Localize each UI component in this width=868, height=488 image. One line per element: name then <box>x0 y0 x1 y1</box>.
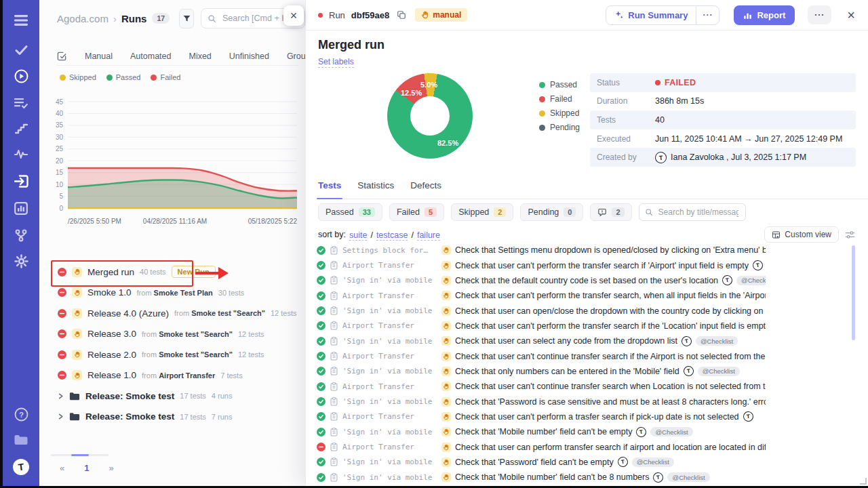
projects-folder-icon[interactable] <box>3 434 39 446</box>
chip-pending[interactable]: Pending0 <box>520 203 583 221</box>
sort-by-failure[interactable]: failure <box>417 230 440 241</box>
svg-text:40: 40 <box>56 110 64 117</box>
test-row-6[interactable]: Airport TransferCheck that user can't pe… <box>317 319 766 333</box>
sort-by-suite[interactable]: suite <box>349 230 367 241</box>
runs-horizontal-scrollbar[interactable] <box>51 454 108 456</box>
test-row-12[interactable]: Airport TransferCheck that user can't pe… <box>317 409 766 424</box>
play-circle-icon[interactable] <box>3 69 39 83</box>
test-row-14[interactable]: Airport TransferCheck that user can perf… <box>317 439 766 454</box>
run-tests-count: 12 tests <box>271 309 297 317</box>
runs-tab-unfinished[interactable]: Unfinished <box>229 52 269 61</box>
test-suite: Settings block for… <box>342 246 437 255</box>
test-row-11[interactable]: 'Sign in' via mobileCheck that 'Password… <box>317 394 766 409</box>
branch-icon[interactable] <box>3 229 39 242</box>
chip-passed[interactable]: Passed33 <box>318 203 382 221</box>
run-folder-1[interactable]: Release: Smoke test17 tests4 runs <box>39 386 305 407</box>
runs-tab-automated[interactable]: Automated <box>130 52 171 61</box>
tests-search-input[interactable] <box>657 207 740 218</box>
copy-icon[interactable] <box>397 10 406 20</box>
chip-comments[interactable]: 2 <box>590 203 631 221</box>
run-row-3[interactable]: Release 4.0 (Azure)from Smoke test "Sear… <box>39 303 305 324</box>
user-avatar[interactable]: T <box>3 458 39 476</box>
check-icon[interactable] <box>3 45 39 56</box>
run-row-4[interactable]: Release 3.0from Smoke test "Search"12 te… <box>39 324 305 345</box>
runs-filter-tabs: ManualAutomatedMixedUnfinishedGroups <box>57 47 298 66</box>
tab-defects[interactable]: Defects <box>410 180 441 199</box>
test-row-4[interactable]: Airport TransferCheck that user can't pe… <box>317 288 766 303</box>
legend-label: Failed <box>160 73 180 81</box>
detail-row-status: StatusFAILED <box>590 73 856 92</box>
drawer-close-icon[interactable]: × <box>847 8 855 22</box>
detail-label: Status <box>597 78 655 87</box>
tests-search[interactable] <box>639 203 746 221</box>
filter-button[interactable] <box>179 9 194 28</box>
custom-view-button[interactable]: Custom view <box>764 226 839 243</box>
runs-list: Merged run40 testsNew RunSmoke 1.0from S… <box>39 262 305 427</box>
test-suite: 'Sign in' via mobile <box>342 473 437 482</box>
test-row-2[interactable]: Airport TransferCheck that user can't pe… <box>317 258 766 272</box>
select-all-icon[interactable] <box>57 52 67 62</box>
runs-tab-manual[interactable]: Manual <box>85 52 113 61</box>
test-row-10[interactable]: Airport TransferCheck that user can't co… <box>317 379 766 394</box>
test-row-7[interactable]: 'Sign in' via mobileCheck that user can … <box>317 333 766 348</box>
report-box-icon[interactable] <box>3 202 39 215</box>
creator-avatar: T <box>683 366 694 377</box>
checklist-tag: @Checklist <box>736 276 766 285</box>
manual-test-icon <box>441 472 451 482</box>
drawer-more-button[interactable]: ··· <box>808 5 831 24</box>
legend-dot <box>539 82 545 88</box>
run-row-1[interactable]: Merged run40 testsNew Run <box>39 262 305 283</box>
testcase-icon <box>330 428 338 436</box>
run-from-plan: from Airport Transfer <box>142 371 215 380</box>
passed-status-icon <box>317 321 326 330</box>
test-row-1[interactable]: Settings block for…Check that Settings m… <box>317 243 766 258</box>
chip-skipped[interactable]: Skipped2 <box>451 203 513 221</box>
panel-close-button[interactable]: × <box>283 5 304 26</box>
test-row-16[interactable]: 'Sign in' via mobileCheck that 'Mobile n… <box>317 470 766 485</box>
help-icon[interactable]: ? <box>3 407 39 422</box>
tab-tests[interactable]: Tests <box>318 180 341 199</box>
testcase-icon <box>330 458 338 466</box>
tab-statistics[interactable]: Statistics <box>357 180 394 199</box>
passed-status-icon <box>317 412 326 421</box>
run-row-5[interactable]: Release 2.0from Smoke test "Search"12 te… <box>39 344 305 365</box>
run-row-6[interactable]: Release 1.0from Airport Transfer7 tests <box>39 365 305 386</box>
test-suite: Airport Transfer <box>342 382 437 391</box>
results-donut-chart: 82.5%12.5%5.0% <box>387 73 473 159</box>
test-row-9[interactable]: 'Sign in' via mobileCheck that only numb… <box>317 364 766 379</box>
chip-failed[interactable]: Failed5 <box>389 203 444 221</box>
run-summary-button[interactable]: Run Summary ··· <box>606 5 719 25</box>
sort-by-testcase[interactable]: testcase <box>376 230 408 241</box>
passed-status-icon <box>317 397 326 406</box>
run-row-2[interactable]: Smoke 1.0from Smoke Test Plan30 tests <box>39 283 305 304</box>
steps-icon[interactable] <box>3 123 39 134</box>
failed-status-icon <box>58 268 66 277</box>
tests-scrollbar[interactable] <box>852 245 855 340</box>
run-summary-more-button[interactable]: ··· <box>696 6 719 24</box>
runs-tab-mixed[interactable]: Mixed <box>189 52 211 61</box>
activity-icon[interactable] <box>3 149 39 159</box>
manual-run-icon <box>72 308 82 319</box>
run-folder-2[interactable]: Release: Smoke test17 tests7 runs <box>39 407 305 428</box>
list-check-icon[interactable] <box>3 98 39 109</box>
test-row-13[interactable]: 'Sign in' via mobileCheck that 'Mobile n… <box>317 424 766 439</box>
pagination-next[interactable]: » <box>104 462 117 474</box>
run-box-icon[interactable] <box>3 175 39 188</box>
breadcrumb-project[interactable]: Agoda.com <box>57 13 108 24</box>
detail-label: Executed <box>597 134 655 144</box>
status-filter-chips: Passed33Failed5Skipped2Pending02 <box>318 203 746 221</box>
breadcrumb-section[interactable]: Runs <box>121 13 147 24</box>
view-settings-icon[interactable] <box>845 230 855 240</box>
search-icon <box>645 208 653 216</box>
test-row-8[interactable]: Airport TransferCheck that user can't co… <box>317 348 766 363</box>
test-row-3[interactable]: 'Sign in' via mobileCheck that the defau… <box>317 273 766 288</box>
report-button[interactable]: Report <box>734 5 795 25</box>
pagination-page-1[interactable]: 1 <box>80 462 93 474</box>
test-row-15[interactable]: 'Sign in' via mobileCheck that 'Password… <box>317 455 766 470</box>
breadcrumb-separator: › <box>113 13 117 24</box>
menu-icon[interactable] <box>3 14 39 26</box>
gear-icon[interactable] <box>3 254 39 268</box>
checklist-tag: @Checklist <box>632 458 674 467</box>
pagination-prev[interactable]: « <box>56 462 68 474</box>
test-row-5[interactable]: 'Sign in' via mobileCheck that user can … <box>317 303 766 318</box>
